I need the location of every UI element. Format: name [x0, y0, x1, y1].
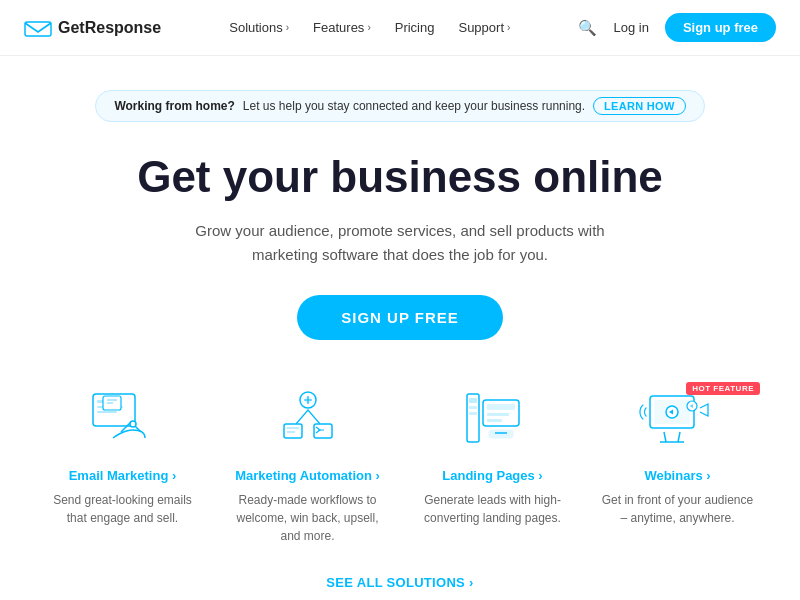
banner-text: Let us help you stay connected and keep …: [243, 99, 585, 113]
hero-cta-button[interactable]: SIGN UP FREE: [297, 295, 503, 340]
nav-links: Solutions › Features › Pricing Support ›: [229, 20, 510, 35]
nav-features[interactable]: Features ›: [313, 20, 371, 35]
landing-pages-link[interactable]: Landing Pages ›: [412, 468, 573, 483]
hero-section: Get your business online Grow your audie…: [0, 122, 800, 350]
email-marketing-desc: Send great-looking emails that engage an…: [42, 491, 203, 527]
nav-actions: 🔍 Log in Sign up free: [578, 13, 776, 42]
feature-landing-pages: Landing Pages › Generate leads with high…: [400, 386, 585, 545]
marketing-automation-icon: [268, 386, 348, 456]
signup-button[interactable]: Sign up free: [665, 13, 776, 42]
see-all-section: SEE ALL SOLUTIONS ›: [0, 545, 800, 591]
svg-rect-17: [487, 404, 515, 410]
hero-subtitle: Grow your audience, promote services, an…: [190, 219, 610, 267]
search-icon[interactable]: 🔍: [578, 19, 597, 37]
svg-rect-14: [469, 406, 477, 409]
logo: GetResponse: [24, 18, 161, 38]
banner-learn-button[interactable]: LEARN HOW: [593, 97, 686, 115]
svg-point-7: [130, 421, 136, 427]
svg-rect-10: [314, 424, 332, 438]
svg-line-26: [678, 432, 680, 442]
landing-pages-desc: Generate leads with high-converting land…: [412, 491, 573, 527]
webinars-link[interactable]: Webinars ›: [597, 468, 758, 483]
chevron-icon: ›: [507, 22, 510, 33]
feature-webinars: HOT FEATURE Webinars › Get in front of y…: [585, 386, 770, 545]
announcement-banner: Working from home? Let us help you stay …: [95, 90, 704, 122]
hot-feature-badge: HOT FEATURE: [686, 382, 760, 395]
see-all-solutions-link[interactable]: SEE ALL SOLUTIONS ›: [326, 575, 473, 590]
logo-text: GetResponse: [58, 19, 161, 37]
banner-label: Working from home?: [114, 99, 234, 113]
webinars-desc: Get in front of your audience – anytime,…: [597, 491, 758, 527]
svg-rect-18: [487, 413, 509, 416]
hero-title: Get your business online: [20, 152, 780, 203]
svg-rect-20: [489, 430, 513, 438]
svg-rect-5: [97, 411, 117, 413]
feature-marketing-automation: Marketing Automation › Ready-made workfl…: [215, 386, 400, 545]
navbar: GetResponse Solutions › Features › Prici…: [0, 0, 800, 56]
svg-rect-9: [284, 424, 302, 438]
webinars-icon: [638, 386, 718, 456]
features-section: Email Marketing › Send great-looking ema…: [10, 350, 790, 545]
svg-rect-13: [469, 398, 477, 403]
email-marketing-link[interactable]: Email Marketing ›: [42, 468, 203, 483]
landing-pages-icon: [453, 386, 533, 456]
feature-email-marketing: Email Marketing › Send great-looking ema…: [30, 386, 215, 545]
svg-rect-1: [25, 22, 51, 36]
svg-rect-15: [469, 412, 477, 415]
marketing-automation-desc: Ready-made workflows to welcome, win bac…: [227, 491, 388, 545]
logo-icon: [24, 18, 52, 38]
email-marketing-icon: [83, 386, 163, 456]
login-link[interactable]: Log in: [613, 20, 648, 35]
chevron-icon: ›: [367, 22, 370, 33]
nav-solutions[interactable]: Solutions ›: [229, 20, 289, 35]
svg-rect-19: [487, 419, 502, 422]
nav-pricing[interactable]: Pricing: [395, 20, 435, 35]
svg-point-11: [305, 397, 311, 403]
nav-support[interactable]: Support ›: [458, 20, 510, 35]
marketing-automation-link[interactable]: Marketing Automation ›: [227, 468, 388, 483]
svg-line-25: [664, 432, 666, 442]
chevron-icon: ›: [286, 22, 289, 33]
